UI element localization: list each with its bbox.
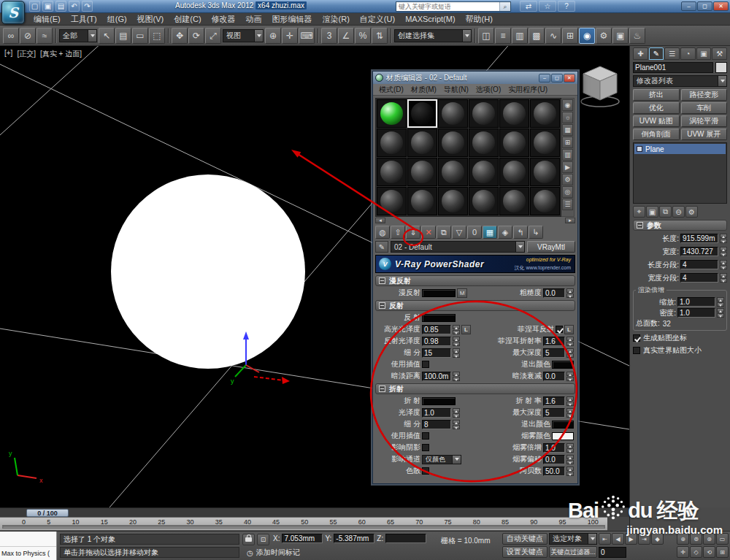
fog-bias-field[interactable]: 0.0 xyxy=(543,455,565,464)
modifier-button[interactable]: 倒角剖面 xyxy=(633,129,680,140)
scroll-left-icon[interactable]: ◄ xyxy=(375,218,385,223)
me-menu-item[interactable]: 实用程序(U) xyxy=(505,85,550,95)
redo-icon[interactable]: ↷ xyxy=(82,1,93,12)
absolute-mode-button[interactable]: ⊡ xyxy=(257,534,269,545)
menu-item[interactable]: 自定义(U) xyxy=(356,13,399,26)
density-field[interactable]: 1.0 xyxy=(677,308,715,318)
abbe-field[interactable]: 50.0 xyxy=(543,467,565,476)
refraction-maxdepth-field[interactable]: 5 xyxy=(543,408,565,418)
show-map-in-viewport-icon[interactable]: ▦ xyxy=(483,226,497,239)
options-icon[interactable]: ⚙ xyxy=(562,174,573,185)
generate-mapping-coords-checkbox[interactable] xyxy=(633,334,640,342)
get-material-icon[interactable]: ◍ xyxy=(375,226,390,239)
reset-map-icon[interactable]: ✕ xyxy=(421,226,436,239)
new-scene-icon[interactable]: ▢ xyxy=(29,1,40,12)
diffuse-map-button[interactable]: M xyxy=(457,288,467,298)
undo-icon[interactable]: ↶ xyxy=(69,1,80,12)
diffuse-color-swatch[interactable] xyxy=(422,289,456,297)
select-rotate-icon[interactable]: ⟳ xyxy=(188,28,204,44)
refraction-rollout-header[interactable]: 折射 xyxy=(375,383,575,394)
maximize-button[interactable]: ◻ xyxy=(697,1,712,11)
schematic-view-icon[interactable]: ⊞ xyxy=(562,28,578,44)
walk-through-icon[interactable]: ◇ xyxy=(690,546,702,558)
width-field[interactable]: 1430.727 xyxy=(680,247,718,256)
menu-item[interactable]: 创建(C) xyxy=(169,13,205,26)
modifier-button[interactable]: 优化 xyxy=(633,102,680,114)
material-sample-slot[interactable] xyxy=(438,158,468,186)
fog-multiplier-field[interactable]: 1.0 xyxy=(543,443,565,453)
motion-tab[interactable]: ◔ xyxy=(680,47,696,60)
go-to-parent-icon[interactable]: ↰ xyxy=(513,226,528,239)
reflection-rollout-header[interactable]: 反射 xyxy=(375,300,575,311)
layer-manager-icon[interactable]: ▥ xyxy=(512,28,528,44)
track-bar[interactable]: 0510152025303540455055606570758085909510… xyxy=(0,517,607,531)
spinner[interactable] xyxy=(566,348,574,358)
angle-snap-icon[interactable]: ∠ xyxy=(338,28,354,44)
material-sample-slot[interactable] xyxy=(499,187,529,215)
spinner[interactable] xyxy=(453,337,460,346)
spinner[interactable] xyxy=(566,443,574,453)
reflection-color-swatch[interactable] xyxy=(422,314,456,322)
material-sample-slot[interactable] xyxy=(377,129,407,157)
go-forward-sibling-icon[interactable]: ↳ xyxy=(529,226,543,239)
time-slider-track[interactable]: 0 / 100 xyxy=(0,507,629,517)
length-field[interactable]: 915.599m xyxy=(680,234,718,243)
select-manipulate-icon[interactable]: ✛ xyxy=(282,28,298,44)
save-file-icon[interactable]: ▤ xyxy=(55,1,66,12)
make-unique-icon[interactable]: ⧉ xyxy=(659,206,672,218)
bind-to-spacewarp-icon[interactable]: ≈ xyxy=(36,28,53,44)
keyboard-override-icon[interactable]: ⌨ xyxy=(299,28,315,44)
modify-tab[interactable]: ✎ xyxy=(649,47,664,60)
menu-item[interactable]: 编辑(E) xyxy=(29,13,65,26)
select-by-material-icon[interactable]: ◎ xyxy=(562,186,573,198)
spinner-snap-icon[interactable]: ⇅ xyxy=(372,28,388,44)
material-sample-slot[interactable] xyxy=(407,99,437,128)
open-file-icon[interactable]: ▣ xyxy=(42,1,53,12)
material-sample-slot[interactable] xyxy=(530,158,560,186)
length-segs-field[interactable]: 4 xyxy=(680,260,718,269)
select-scale-icon[interactable]: ⤢ xyxy=(205,28,221,44)
percent-snap-icon[interactable]: % xyxy=(355,28,371,44)
material-sample-slot[interactable] xyxy=(377,158,407,186)
put-to-library-icon[interactable]: ▽ xyxy=(452,226,466,239)
material-sample-slot[interactable] xyxy=(377,99,407,128)
hilight-glossiness-field[interactable]: 0.85 xyxy=(422,325,451,334)
selection-lock-button[interactable] xyxy=(242,534,255,545)
spinner[interactable] xyxy=(453,372,460,381)
viewport-menu[interactable]: [正交] xyxy=(17,49,36,59)
y-coordinate-field[interactable]: -5.387mm xyxy=(334,534,374,543)
orbit-icon[interactable]: ⟲ xyxy=(703,546,715,558)
me-close-button[interactable]: ✕ xyxy=(564,74,575,83)
window-crossing-icon[interactable]: ⬚ xyxy=(149,28,165,44)
select-by-name-icon[interactable]: ▤ xyxy=(115,28,131,44)
fresnel-checkbox[interactable] xyxy=(556,326,563,333)
menu-item[interactable]: 工具(T) xyxy=(66,13,101,26)
material-name-dropdown[interactable]: 02 - Default xyxy=(391,241,525,253)
roughness-field[interactable]: 0.0 xyxy=(543,288,565,298)
modifier-button[interactable]: UVW 贴图 xyxy=(633,115,680,127)
material-sample-slot[interactable] xyxy=(438,187,468,215)
spinner[interactable] xyxy=(453,325,460,334)
material-sample-slot[interactable] xyxy=(377,187,407,215)
utilities-tab[interactable]: ⚒ xyxy=(712,47,727,60)
minimize-button[interactable]: – xyxy=(681,1,696,11)
material-type-button[interactable]: VRayMtl xyxy=(527,241,575,253)
render-setup-icon[interactable]: ⚙ xyxy=(596,28,612,44)
reflection-subdivs-field[interactable]: 15 xyxy=(422,348,451,358)
object-color-swatch[interactable] xyxy=(715,62,727,73)
selection-filter-dropdown[interactable]: 全部 xyxy=(59,29,97,42)
assign-material-to-selection-icon[interactable]: ⇓ xyxy=(406,226,420,239)
spinner[interactable] xyxy=(453,408,460,418)
material-sample-slot[interactable] xyxy=(469,129,499,157)
spinner[interactable] xyxy=(566,288,574,298)
menu-item[interactable]: 组(G) xyxy=(103,13,131,26)
spinner[interactable] xyxy=(720,234,727,243)
sample-type-icon[interactable]: ◉ xyxy=(562,99,573,111)
spinner[interactable] xyxy=(566,396,574,406)
help-icon[interactable]: ? xyxy=(558,1,575,12)
menu-item[interactable]: 渲染(R) xyxy=(318,13,354,26)
close-button[interactable]: ✕ xyxy=(713,1,729,11)
material-sample-slot[interactable] xyxy=(469,158,499,186)
render-production-icon[interactable]: ♨ xyxy=(629,28,645,44)
modifier-button[interactable]: 路径变形 xyxy=(681,89,728,101)
